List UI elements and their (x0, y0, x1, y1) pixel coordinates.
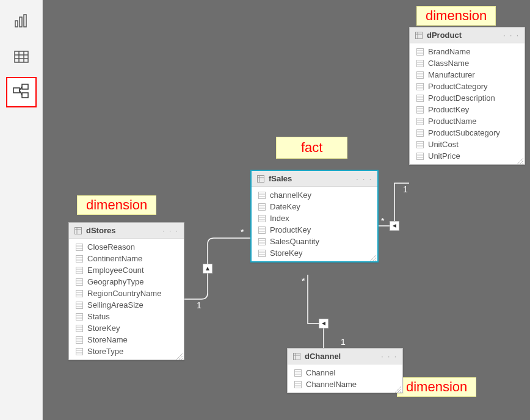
table-dchannel[interactable]: dChannel · · · ChannelChannelName (287, 348, 403, 393)
field-row[interactable]: ContinentName (69, 253, 184, 264)
field-row[interactable]: StoreName (69, 334, 184, 346)
field-row[interactable]: ProductKey (410, 104, 525, 115)
field-row[interactable]: ClassName (410, 57, 525, 69)
column-icon (416, 140, 424, 149)
table-menu-button[interactable]: · · · (162, 226, 179, 235)
field-row[interactable]: ProductDescription (410, 92, 525, 104)
resize-handle[interactable] (517, 157, 523, 163)
field-row[interactable]: ProductKey (252, 224, 377, 236)
field-row[interactable]: EmployeeCount (69, 264, 184, 276)
field-row[interactable]: ProductName (410, 115, 525, 127)
field-row[interactable]: RegionCountryName (69, 288, 184, 299)
field-row[interactable]: UnitPrice (410, 150, 525, 162)
svg-rect-46 (417, 153, 424, 159)
svg-rect-61 (259, 226, 266, 233)
column-icon (75, 313, 84, 321)
svg-rect-76 (76, 255, 83, 262)
table-menu-button[interactable]: · · · (381, 352, 398, 361)
svg-rect-85 (76, 290, 83, 297)
resize-handle[interactable] (395, 385, 401, 391)
svg-rect-70 (75, 227, 82, 234)
table-icon (415, 31, 423, 40)
model-canvas[interactable]: 1 * 1 * 1 * dimension fact dimension dim… (43, 0, 530, 420)
resize-handle[interactable] (176, 352, 183, 358)
field-row[interactable]: UnitCost (410, 139, 525, 150)
field-label: ProductSubcategory (428, 128, 500, 137)
model-view-button[interactable] (6, 77, 37, 107)
field-label: StoreType (87, 347, 123, 356)
field-row[interactable]: SalesQuantity (252, 236, 377, 247)
column-icon (258, 203, 266, 211)
table-header[interactable]: fSales · · · (252, 171, 377, 187)
column-icon (416, 152, 424, 161)
field-row[interactable]: CloseReason (69, 241, 184, 253)
table-fsales[interactable]: fSales · · · channelKeyDateKeyIndexProdu… (250, 170, 379, 262)
column-icon (416, 129, 424, 137)
annotation-dimension: dimension (77, 195, 156, 215)
column-icon (416, 106, 424, 114)
svg-rect-103 (294, 353, 300, 360)
field-row[interactable]: StoreType (69, 346, 184, 357)
svg-rect-34 (417, 106, 424, 113)
field-row[interactable]: DateKey (252, 201, 377, 212)
svg-rect-19 (417, 48, 424, 55)
column-icon (416, 71, 424, 79)
svg-rect-0 (15, 21, 18, 27)
table-icon (13, 49, 29, 65)
data-view-button[interactable] (6, 42, 37, 72)
field-row[interactable]: ProductCategory (410, 81, 525, 92)
field-row[interactable]: Manufacturer (410, 69, 525, 81)
field-row[interactable]: BrandName (410, 46, 525, 57)
svg-rect-52 (259, 192, 266, 198)
field-row[interactable]: StoreKey (69, 322, 184, 334)
report-view-button[interactable] (6, 6, 37, 37)
field-row[interactable]: Index (252, 212, 377, 224)
column-icon (258, 191, 266, 200)
annotation-fact: fact (276, 137, 347, 159)
svg-rect-94 (76, 325, 83, 331)
field-row[interactable]: GeographyType (69, 276, 184, 288)
field-label: BrandName (428, 47, 470, 56)
svg-rect-10 (22, 93, 28, 98)
table-header[interactable]: dChannel · · · (288, 349, 402, 364)
field-row[interactable]: Status (69, 311, 184, 322)
table-header[interactable]: dProduct · · · (410, 27, 525, 43)
svg-rect-40 (417, 129, 424, 136)
cardinality-one: 1 (403, 184, 408, 194)
field-label: ClassName (428, 59, 469, 68)
field-row[interactable]: StoreKey (252, 247, 377, 259)
field-row[interactable]: ChannelName (288, 378, 402, 390)
svg-rect-55 (259, 203, 266, 210)
field-row[interactable]: channelKey (252, 189, 377, 201)
field-label: Index (270, 214, 289, 223)
table-fields: channelKeyDateKeyIndexProductKeySalesQua… (252, 187, 377, 261)
table-icon (74, 226, 82, 235)
column-icon (258, 214, 266, 223)
field-row[interactable]: ProductSubcategory (410, 127, 525, 139)
cardinality-many: * (302, 276, 305, 286)
table-dstores[interactable]: dStores · · · CloseReasonContinentNameEm… (68, 222, 184, 360)
field-row[interactable]: Channel (288, 367, 402, 378)
table-menu-button[interactable]: · · · (356, 175, 372, 183)
table-fields: CloseReasonContinentNameEmployeeCountGeo… (69, 239, 184, 360)
table-icon (256, 175, 265, 183)
column-icon (75, 278, 84, 286)
field-row[interactable]: SellingAreaSize (69, 299, 184, 311)
model-icon (12, 83, 31, 101)
field-label: SellingAreaSize (87, 300, 143, 310)
svg-marker-14 (393, 224, 396, 228)
column-icon (416, 48, 424, 56)
column-icon (258, 226, 266, 234)
field-label: DateKey (270, 202, 300, 211)
svg-rect-25 (417, 71, 424, 78)
field-label: StoreName (87, 335, 128, 344)
field-label: ProductDescription (428, 93, 495, 103)
svg-rect-43 (417, 141, 424, 148)
resize-handle[interactable] (370, 254, 376, 260)
column-icon (75, 301, 84, 310)
svg-rect-73 (76, 244, 83, 250)
field-label: channelKey (270, 190, 311, 200)
table-menu-button[interactable]: · · · (503, 31, 520, 40)
table-dproduct[interactable]: dProduct · · · BrandNameClassNameManufac… (409, 27, 525, 165)
table-header[interactable]: dStores · · · (69, 223, 184, 239)
